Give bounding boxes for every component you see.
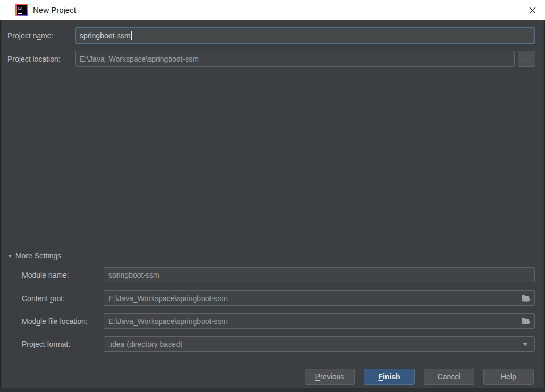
module-name-label: Module name: — [22, 271, 69, 279]
window-title: New Project — [33, 0, 76, 20]
project-format-value: .idea (directory based) — [108, 340, 182, 348]
project-name-input[interactable]: springboot-ssm — [75, 27, 535, 44]
more-settings-toggle[interactable]: ▼More Settings — [7, 252, 61, 260]
section-separator — [74, 257, 535, 257]
content-root-input[interactable]: E:\Java_Workspace\springboot-ssm — [104, 290, 535, 306]
finish-button[interactable]: Finish — [364, 369, 415, 385]
collapse-triangle-icon: ▼ — [7, 253, 13, 259]
project-location-value: E:\Java_Workspace\springboot-ssm — [80, 55, 199, 63]
intellij-idea-logo-icon: IJ — [15, 4, 28, 16]
ellipsis-icon: ... — [523, 55, 531, 63]
close-icon — [529, 7, 536, 14]
folder-icon[interactable] — [521, 318, 531, 325]
new-project-dialog: IJ New Project Project name: springboot-… — [0, 0, 545, 392]
project-name-value: springboot-ssm — [80, 31, 131, 40]
window-left-edge — [1, 20, 2, 392]
content-root-value: E:\Java_Workspace\springboot-ssm — [108, 294, 228, 303]
project-location-input[interactable]: E:\Java_Workspace\springboot-ssm — [75, 51, 515, 67]
browse-location-button[interactable]: ... — [518, 51, 535, 67]
project-format-label: Project format: — [22, 340, 70, 348]
help-button[interactable]: Help — [483, 369, 534, 385]
cancel-button[interactable]: Cancel — [424, 369, 474, 385]
project-location-label: Project location: — [7, 55, 61, 63]
close-button[interactable] — [524, 2, 541, 18]
window-bottom-edge — [0, 388, 545, 392]
project-format-select[interactable]: .idea (directory based) — [104, 336, 535, 352]
content-root-label: Content root: — [22, 294, 65, 303]
title-bar[interactable]: IJ New Project — [0, 0, 545, 20]
module-name-input[interactable]: springboot-ssm — [104, 267, 535, 282]
intellij-logo-inner: IJ — [17, 5, 27, 15]
previous-button[interactable]: Previous — [305, 369, 355, 385]
module-name-value: springboot-ssm — [108, 271, 160, 279]
text-caret — [131, 31, 132, 40]
module-file-location-value: E:\Java_Workspace\springboot-ssm — [108, 317, 228, 326]
chevron-down-icon — [523, 343, 528, 346]
project-name-label: Project name: — [7, 31, 53, 40]
window-right-edge — [543, 20, 544, 392]
folder-icon[interactable] — [521, 295, 531, 302]
intellij-logo-text: IJ — [18, 6, 22, 11]
intellij-logo-bar — [18, 13, 22, 14]
module-file-location-input[interactable]: E:\Java_Workspace\springboot-ssm — [104, 313, 535, 329]
module-file-location-label: Module file location: — [22, 317, 88, 326]
